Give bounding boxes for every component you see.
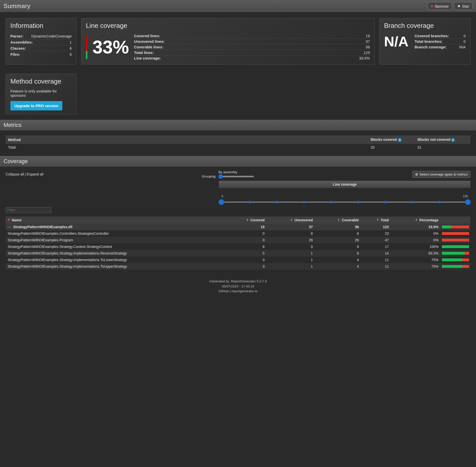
collapse-all-link[interactable]: Collapse all xyxy=(6,172,24,176)
sponsor-label: Sponsor xyxy=(435,4,449,8)
bar-cell xyxy=(441,224,470,230)
footer: Generated by: ReportGenerator 5.3.7.0 05… xyxy=(0,275,476,299)
cov-col-covered[interactable]: ▲▼ Covered xyxy=(226,217,266,224)
cov-col-coverable[interactable]: ▲▼ Coverable xyxy=(315,217,361,224)
info-value: DynamicCodeCoverage xyxy=(31,34,72,38)
star-button[interactable]: ★ Star xyxy=(454,2,472,10)
bar-cell xyxy=(441,257,470,263)
filter-input[interactable] xyxy=(6,207,51,213)
covered-cell: 0 xyxy=(226,237,266,243)
range-max: 100 xyxy=(463,194,468,198)
class-row[interactable]: StrategyPatternWithDIExamples.Strategy.I… xyxy=(6,250,470,257)
collapse-expand-links: Collapse all | Expand all xyxy=(6,172,43,176)
pct-cell: 0% xyxy=(391,237,441,243)
covered-cell: 8 xyxy=(226,243,266,250)
info-icon[interactable]: i xyxy=(451,138,455,142)
grouping-control: By assembly Grouping: xyxy=(202,170,254,178)
information-title: Information xyxy=(10,22,72,30)
information-card: Information Parser:DynamicCodeCoverageAs… xyxy=(6,18,77,65)
branch-coverage-title: Branch coverage xyxy=(384,22,466,30)
cov-col-uncovered[interactable]: ▲▼ Uncovered xyxy=(266,217,315,224)
covered-cell: 19 xyxy=(226,224,266,230)
coverable-cell: 4 xyxy=(315,263,361,270)
bar-cell xyxy=(441,230,470,237)
line-coverage-subheader: Line coverage xyxy=(219,181,470,188)
collapse-icon[interactable]: — xyxy=(8,225,11,229)
footer-generated: Generated by: ReportGenerator 5.3.7.0 xyxy=(0,279,476,284)
total-cell: 17 xyxy=(361,243,391,250)
uncovered-cell: 0 xyxy=(266,243,315,250)
info-value: 1 xyxy=(70,40,72,44)
footer-github-link[interactable]: GitHub xyxy=(219,289,229,293)
sort-icon: ▲▼ xyxy=(246,218,249,221)
line-coverage-card: Line coverage 33% Covered lines:19Uncove… xyxy=(81,18,375,65)
footer-site-link[interactable]: reportgenerator.io xyxy=(232,289,258,293)
uncovered-cell: 1 xyxy=(266,263,315,270)
upgrade-pro-button[interactable]: Upgrade to PRO version xyxy=(10,101,62,110)
bar-cell xyxy=(441,263,470,270)
grouping-slider[interactable] xyxy=(218,176,254,177)
class-row[interactable]: StrategyPatternWithDIExamples.Controller… xyxy=(6,230,470,237)
grouping-label: Grouping: xyxy=(202,174,216,178)
pct-cell: 0% xyxy=(391,230,441,237)
name-cell: — StrategyPatternWithDIExamples.dll xyxy=(6,224,226,230)
pct-cell: 83.3% xyxy=(391,250,441,257)
metrics-col-blocks-not-covered[interactable]: Blocks not covered i xyxy=(415,135,470,144)
gear-icon: ✿ xyxy=(415,172,418,176)
class-row[interactable]: StrategyPatternWithDIExamples.Program 0 … xyxy=(6,237,470,243)
covered-cell: 3 xyxy=(226,257,266,263)
pct-cell: 75% xyxy=(391,263,441,270)
info-label: Classes: xyxy=(10,46,26,50)
coverage-header: Coverage xyxy=(0,156,476,167)
name-cell: StrategyPatternWithDIExamples.Strategy.C… xyxy=(6,243,226,250)
class-row[interactable]: StrategyPatternWithDIExamples.Strategy.C… xyxy=(6,243,470,250)
coverable-cell: 4 xyxy=(315,257,361,263)
uncovered-cell: 8 xyxy=(266,230,315,237)
uncovered-cell: 26 xyxy=(266,237,315,243)
info-label: Parser: xyxy=(10,34,24,38)
select-metrics-button[interactable]: ✿ Select coverage types & metrics xyxy=(412,171,470,178)
info-icon[interactable]: i xyxy=(398,138,402,142)
metrics-row-total: Total 20 51 xyxy=(6,144,470,151)
metrics-col-blocks-covered[interactable]: Blocks covered i xyxy=(368,135,415,144)
info-label: Files: xyxy=(10,52,20,56)
uncovered-cell: 37 xyxy=(266,224,315,230)
info-row: Assemblies:1 xyxy=(10,39,72,45)
coverable-cell: 26 xyxy=(315,237,361,243)
info-value: 6 xyxy=(70,52,72,56)
pct-cell: 33.9% xyxy=(391,224,441,230)
total-cell: 11 xyxy=(361,263,391,270)
cov-col-total[interactable]: ▲▼ Total xyxy=(361,217,391,224)
summary-header: Summary ♥ Sponsor ★ Star xyxy=(0,0,476,12)
class-row[interactable]: StrategyPatternWithDIExamples.Strategy.I… xyxy=(6,263,470,270)
expand-all-link[interactable]: Expand all xyxy=(27,172,43,176)
cov-col-name[interactable]: ▲▼ Name xyxy=(6,217,226,224)
assembly-row[interactable]: — StrategyPatternWithDIExamples.dll 19 3… xyxy=(6,224,470,230)
metrics-col-method[interactable]: Method xyxy=(6,135,368,144)
info-label: Assemblies: xyxy=(10,40,33,44)
range-handle-min[interactable] xyxy=(219,199,224,205)
line-coverage-title: Line coverage xyxy=(86,22,370,30)
pct-cell: 100% xyxy=(391,243,441,250)
coverable-cell: 8 xyxy=(315,230,361,237)
range-handle-max[interactable] xyxy=(465,199,471,205)
total-cell: 123 xyxy=(361,224,391,230)
coverage-range-slider[interactable]: 0 100 xyxy=(219,190,470,205)
info-row: Parser:DynamicCodeCoverage xyxy=(10,33,72,39)
info-row: Classes:6 xyxy=(10,45,72,51)
total-cell: 47 xyxy=(361,237,391,243)
name-cell: StrategyPatternWithDIExamples.Controller… xyxy=(6,230,226,237)
info-value: 6 xyxy=(70,46,72,50)
bar-cell xyxy=(441,243,470,250)
heart-icon: ♥ xyxy=(431,4,433,8)
filter-row xyxy=(0,205,476,215)
range-track[interactable] xyxy=(221,202,468,203)
cov-col-percentage[interactable]: ▲▼ Percentage xyxy=(391,217,441,224)
star-label: Star xyxy=(462,4,469,8)
sponsor-button[interactable]: ♥ Sponsor xyxy=(428,2,452,10)
coverage-vertical-bar xyxy=(86,35,87,59)
total-cell: 14 xyxy=(361,250,391,257)
coverable-cell: 6 xyxy=(315,250,361,257)
bar-cell xyxy=(441,250,470,257)
class-row[interactable]: StrategyPatternWithDIExamples.Strategy.I… xyxy=(6,257,470,263)
